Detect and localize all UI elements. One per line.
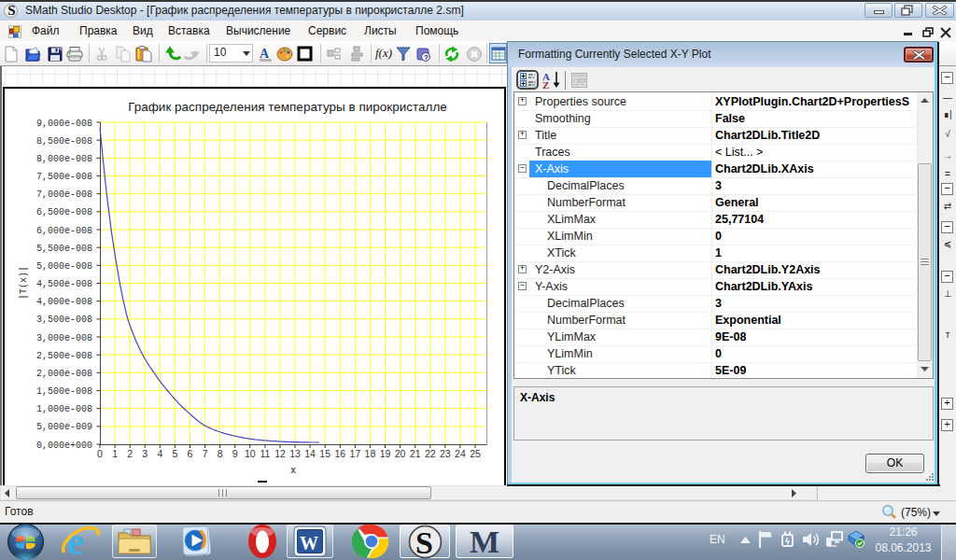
svg-text:2,000e-008: 2,000e-008 xyxy=(36,369,92,379)
svg-text:17: 17 xyxy=(350,448,361,459)
svg-text:Z: Z xyxy=(542,79,549,90)
svg-text:19: 19 xyxy=(380,448,391,459)
svg-text:1,000e-008: 1,000e-008 xyxy=(36,404,92,414)
svg-text:16: 16 xyxy=(334,448,345,459)
svg-text:10: 10 xyxy=(245,448,256,459)
svg-text:7,500e-008: 7,500e-008 xyxy=(36,172,92,182)
svg-text:18: 18 xyxy=(365,448,376,459)
svg-text:1,500e-008: 1,500e-008 xyxy=(36,386,92,397)
svg-text:8,000e-008: 8,000e-008 xyxy=(36,154,92,164)
svg-text:7: 7 xyxy=(203,448,208,459)
svg-text:8,500e-008: 8,500e-008 xyxy=(36,136,92,147)
svg-text:4,500e-008: 4,500e-008 xyxy=(36,279,92,289)
svg-text:6: 6 xyxy=(188,448,193,459)
svg-text:12: 12 xyxy=(274,448,286,459)
svg-text:6,500e-008: 6,500e-008 xyxy=(36,207,92,217)
svg-text:График распределения температу: График распределения температуры в пирок… xyxy=(128,100,447,114)
svg-text:3,000e-008: 3,000e-008 xyxy=(36,333,92,343)
svg-text:23: 23 xyxy=(440,448,451,459)
svg-text:x: x xyxy=(290,465,296,475)
svg-text:20: 20 xyxy=(395,448,406,459)
svg-text:0: 0 xyxy=(97,448,103,459)
svg-text:3,500e-008: 3,500e-008 xyxy=(36,315,92,325)
svg-text:25: 25 xyxy=(470,448,481,459)
svg-text:3: 3 xyxy=(142,448,148,459)
svg-text:?: ? xyxy=(424,53,429,62)
svg-text:4,000e-008: 4,000e-008 xyxy=(36,297,92,307)
svg-text:24: 24 xyxy=(455,448,466,459)
svg-text:15: 15 xyxy=(319,448,330,459)
svg-text:5,500e-008: 5,500e-008 xyxy=(36,244,92,254)
svg-text:A: A xyxy=(260,47,270,61)
svg-text:1: 1 xyxy=(112,448,118,459)
svg-text:21: 21 xyxy=(410,448,421,459)
svg-text:|T(x)|: |T(x)| xyxy=(19,266,29,300)
svg-text:9: 9 xyxy=(232,448,238,459)
svg-text:14: 14 xyxy=(304,448,316,459)
svg-text:S: S xyxy=(415,525,433,559)
svg-text:13: 13 xyxy=(289,448,301,459)
svg-text:5,000e-008: 5,000e-008 xyxy=(36,261,92,272)
svg-text:8: 8 xyxy=(218,448,223,459)
svg-text:11: 11 xyxy=(260,448,270,459)
svg-text:22: 22 xyxy=(425,448,436,459)
svg-text:4: 4 xyxy=(157,448,162,459)
svg-text:2: 2 xyxy=(127,448,133,459)
svg-text:9,000e-008: 9,000e-008 xyxy=(36,119,92,129)
svg-text:2,500e-008: 2,500e-008 xyxy=(36,351,92,361)
svg-text:5: 5 xyxy=(172,448,177,459)
svg-text:0,000e+000: 0,000e+000 xyxy=(36,441,92,451)
svg-text:6,000e-008: 6,000e-008 xyxy=(36,226,92,236)
svg-text:7,000e-008: 7,000e-008 xyxy=(36,189,92,200)
svg-text:W: W xyxy=(300,533,318,553)
svg-text:5,000e-009: 5,000e-009 xyxy=(36,422,92,432)
